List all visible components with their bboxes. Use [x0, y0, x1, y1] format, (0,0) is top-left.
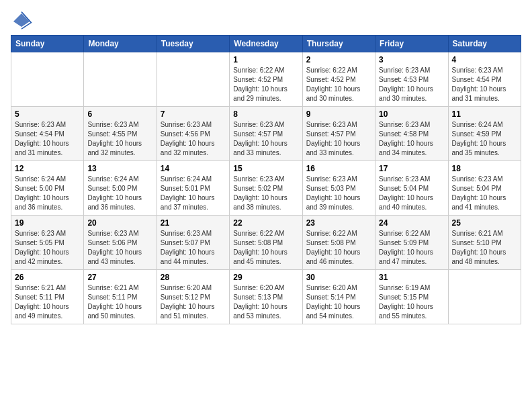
- day-number: 16: [306, 164, 371, 173]
- day-info: Sunrise: 6:23 AM Sunset: 5:05 PM Dayligh…: [15, 229, 80, 267]
- day-info: Sunrise: 6:22 AM Sunset: 5:08 PM Dayligh…: [233, 229, 298, 267]
- day-number: 3: [379, 55, 444, 64]
- day-info: Sunrise: 6:20 AM Sunset: 5:14 PM Dayligh…: [306, 283, 371, 321]
- day-info: Sunrise: 6:22 AM Sunset: 5:09 PM Dayligh…: [379, 229, 444, 267]
- calendar-cell: 23Sunrise: 6:22 AM Sunset: 5:08 PM Dayli…: [302, 216, 375, 270]
- day-info: Sunrise: 6:23 AM Sunset: 5:06 PM Dayligh…: [87, 229, 152, 267]
- weekday-header: Sunday: [11, 36, 84, 52]
- calendar-cell: 1Sunrise: 6:22 AM Sunset: 4:52 PM Daylig…: [230, 52, 302, 107]
- day-info: Sunrise: 6:21 AM Sunset: 5:11 PM Dayligh…: [15, 283, 80, 321]
- day-info: Sunrise: 6:23 AM Sunset: 5:07 PM Dayligh…: [161, 229, 226, 267]
- day-info: Sunrise: 6:23 AM Sunset: 4:54 PM Dayligh…: [452, 66, 517, 103]
- day-number: 22: [233, 218, 298, 228]
- day-number: 4: [452, 55, 517, 64]
- day-info: Sunrise: 6:22 AM Sunset: 5:08 PM Dayligh…: [306, 229, 371, 267]
- calendar-cell: 8Sunrise: 6:23 AM Sunset: 4:57 PM Daylig…: [230, 107, 302, 161]
- calendar-cell: 18Sunrise: 6:23 AM Sunset: 5:04 PM Dayli…: [448, 161, 521, 216]
- day-info: Sunrise: 6:23 AM Sunset: 4:54 PM Dayligh…: [15, 120, 80, 158]
- day-info: Sunrise: 6:24 AM Sunset: 5:00 PM Dayligh…: [15, 175, 80, 212]
- logo-icon: [11, 11, 32, 30]
- calendar-cell: 7Sunrise: 6:23 AM Sunset: 4:56 PM Daylig…: [157, 107, 229, 161]
- day-info: Sunrise: 6:19 AM Sunset: 5:15 PM Dayligh…: [379, 283, 444, 321]
- day-info: Sunrise: 6:23 AM Sunset: 4:57 PM Dayligh…: [306, 120, 371, 158]
- weekday-row: SundayMondayTuesdayWednesdayThursdayFrid…: [11, 36, 521, 52]
- day-info: Sunrise: 6:21 AM Sunset: 5:11 PM Dayligh…: [87, 283, 152, 321]
- calendar-week-row: 12Sunrise: 6:24 AM Sunset: 5:00 PM Dayli…: [11, 161, 521, 216]
- calendar-cell: 26Sunrise: 6:21 AM Sunset: 5:11 PM Dayli…: [11, 270, 84, 324]
- day-number: 23: [306, 218, 371, 228]
- day-number: 7: [161, 109, 226, 119]
- day-number: 6: [87, 109, 152, 119]
- day-number: 13: [87, 164, 152, 173]
- day-info: Sunrise: 6:23 AM Sunset: 4:57 PM Dayligh…: [233, 120, 298, 158]
- calendar-cell: 27Sunrise: 6:21 AM Sunset: 5:11 PM Dayli…: [84, 270, 157, 324]
- logo: [11, 11, 35, 30]
- calendar-cell: 24Sunrise: 6:22 AM Sunset: 5:09 PM Dayli…: [375, 216, 448, 270]
- calendar-cell: 14Sunrise: 6:24 AM Sunset: 5:01 PM Dayli…: [157, 161, 229, 216]
- calendar-cell: [448, 270, 521, 324]
- weekday-header: Thursday: [302, 36, 375, 52]
- weekday-header: Tuesday: [157, 36, 229, 52]
- day-info: Sunrise: 6:20 AM Sunset: 5:12 PM Dayligh…: [161, 283, 226, 321]
- day-number: 24: [379, 218, 444, 228]
- day-info: Sunrise: 6:23 AM Sunset: 5:03 PM Dayligh…: [306, 175, 371, 212]
- calendar-cell: 21Sunrise: 6:23 AM Sunset: 5:07 PM Dayli…: [157, 216, 229, 270]
- calendar-cell: 12Sunrise: 6:24 AM Sunset: 5:00 PM Dayli…: [11, 161, 84, 216]
- calendar-table: SundayMondayTuesdayWednesdayThursdayFrid…: [11, 35, 521, 324]
- day-info: Sunrise: 6:23 AM Sunset: 4:58 PM Dayligh…: [379, 120, 444, 158]
- calendar-header: SundayMondayTuesdayWednesdayThursdayFrid…: [11, 36, 521, 52]
- calendar-cell: 28Sunrise: 6:20 AM Sunset: 5:12 PM Dayli…: [157, 270, 229, 324]
- calendar-cell: 13Sunrise: 6:24 AM Sunset: 5:00 PM Dayli…: [84, 161, 157, 216]
- calendar-cell: [11, 52, 84, 107]
- calendar-week-row: 19Sunrise: 6:23 AM Sunset: 5:05 PM Dayli…: [11, 216, 521, 270]
- calendar-cell: [157, 52, 229, 107]
- calendar-body: 1Sunrise: 6:22 AM Sunset: 4:52 PM Daylig…: [11, 52, 521, 324]
- day-info: Sunrise: 6:23 AM Sunset: 5:02 PM Dayligh…: [233, 175, 298, 212]
- weekday-header: Friday: [375, 36, 448, 52]
- day-number: 26: [15, 273, 80, 282]
- calendar-cell: 29Sunrise: 6:20 AM Sunset: 5:13 PM Dayli…: [230, 270, 302, 324]
- calendar-cell: 22Sunrise: 6:22 AM Sunset: 5:08 PM Dayli…: [230, 216, 302, 270]
- day-number: 5: [15, 109, 80, 119]
- calendar-cell: 6Sunrise: 6:23 AM Sunset: 4:55 PM Daylig…: [84, 107, 157, 161]
- day-info: Sunrise: 6:20 AM Sunset: 5:13 PM Dayligh…: [233, 283, 298, 321]
- day-info: Sunrise: 6:24 AM Sunset: 5:01 PM Dayligh…: [161, 175, 226, 212]
- calendar-cell: 17Sunrise: 6:23 AM Sunset: 5:04 PM Dayli…: [375, 161, 448, 216]
- day-number: 20: [87, 218, 152, 228]
- calendar-cell: 9Sunrise: 6:23 AM Sunset: 4:57 PM Daylig…: [302, 107, 375, 161]
- calendar-cell: 10Sunrise: 6:23 AM Sunset: 4:58 PM Dayli…: [375, 107, 448, 161]
- calendar-cell: 3Sunrise: 6:23 AM Sunset: 4:53 PM Daylig…: [375, 52, 448, 107]
- day-number: 14: [161, 164, 226, 173]
- calendar-cell: 19Sunrise: 6:23 AM Sunset: 5:05 PM Dayli…: [11, 216, 84, 270]
- day-info: Sunrise: 6:24 AM Sunset: 4:59 PM Dayligh…: [452, 120, 517, 158]
- calendar-cell: 11Sunrise: 6:24 AM Sunset: 4:59 PM Dayli…: [448, 107, 521, 161]
- day-number: 17: [379, 164, 444, 173]
- day-number: 29: [233, 273, 298, 282]
- calendar-week-row: 5Sunrise: 6:23 AM Sunset: 4:54 PM Daylig…: [11, 107, 521, 161]
- day-number: 8: [233, 109, 298, 119]
- day-number: 18: [452, 164, 517, 173]
- calendar-cell: 25Sunrise: 6:21 AM Sunset: 5:10 PM Dayli…: [448, 216, 521, 270]
- day-info: Sunrise: 6:23 AM Sunset: 5:04 PM Dayligh…: [452, 175, 517, 212]
- calendar-week-row: 1Sunrise: 6:22 AM Sunset: 4:52 PM Daylig…: [11, 52, 521, 107]
- calendar-cell: 15Sunrise: 6:23 AM Sunset: 5:02 PM Dayli…: [230, 161, 302, 216]
- day-info: Sunrise: 6:24 AM Sunset: 5:00 PM Dayligh…: [87, 175, 152, 212]
- day-info: Sunrise: 6:23 AM Sunset: 5:04 PM Dayligh…: [379, 175, 444, 212]
- day-info: Sunrise: 6:21 AM Sunset: 5:10 PM Dayligh…: [452, 229, 517, 267]
- day-number: 10: [379, 109, 444, 119]
- calendar-cell: 5Sunrise: 6:23 AM Sunset: 4:54 PM Daylig…: [11, 107, 84, 161]
- calendar-week-row: 26Sunrise: 6:21 AM Sunset: 5:11 PM Dayli…: [11, 270, 521, 324]
- calendar-cell: 2Sunrise: 6:22 AM Sunset: 4:52 PM Daylig…: [302, 52, 375, 107]
- weekday-header: Monday: [84, 36, 157, 52]
- day-number: 19: [15, 218, 80, 228]
- calendar-cell: 31Sunrise: 6:19 AM Sunset: 5:15 PM Dayli…: [375, 270, 448, 324]
- day-number: 9: [306, 109, 371, 119]
- day-number: 25: [452, 218, 517, 228]
- calendar-cell: 16Sunrise: 6:23 AM Sunset: 5:03 PM Dayli…: [302, 161, 375, 216]
- day-number: 1: [233, 55, 298, 64]
- weekday-header: Saturday: [448, 36, 521, 52]
- day-number: 11: [452, 109, 517, 119]
- calendar-cell: 20Sunrise: 6:23 AM Sunset: 5:06 PM Dayli…: [84, 216, 157, 270]
- day-number: 15: [233, 164, 298, 173]
- page-header: [11, 11, 521, 30]
